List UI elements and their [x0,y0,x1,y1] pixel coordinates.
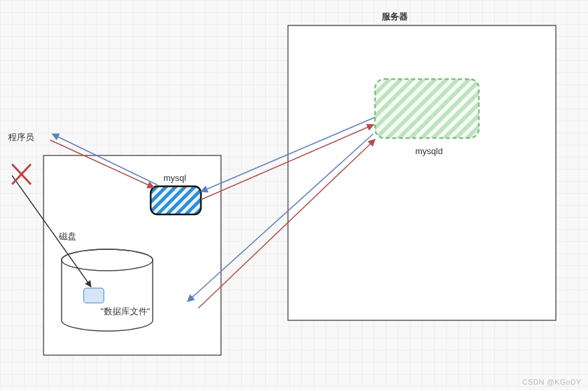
programmer-label: 程序员 [8,131,34,143]
server-title-label: 服务器 [382,11,408,23]
mysql-node [151,186,201,214]
mysqld-label: mysqld [415,146,443,156]
disk-cylinder [62,249,153,331]
dbfile-label: "数据库文件" [100,306,150,318]
server-container [288,25,556,320]
diagram-canvas [0,0,588,390]
mysqld-node [375,79,479,138]
watermark-text: CSDN @KGoDY [522,378,581,386]
cross-mark-icon [12,164,31,184]
disk-label: 磁盘 [59,231,76,243]
dbfile-rect [84,288,104,303]
mysql-label: mysql [163,173,186,183]
